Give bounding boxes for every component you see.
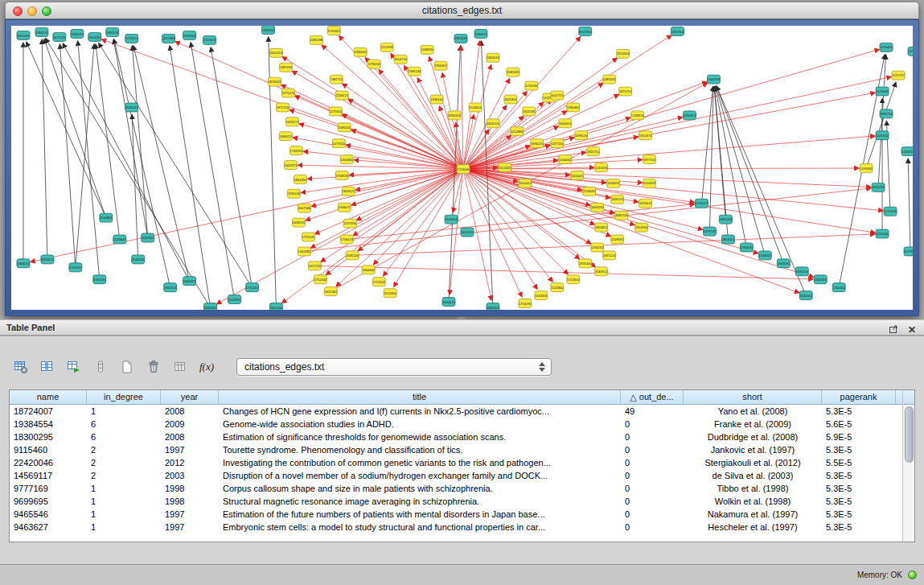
graph-node[interactable]: 1776050: [368, 60, 381, 68]
cell-title[interactable]: Estimation of the future numbers of pati…: [219, 508, 621, 521]
graph-node[interactable]: 1854021: [721, 235, 735, 244]
graph-node[interactable]: 1635124: [795, 267, 809, 276]
graph-node[interactable]: 9154419: [643, 179, 657, 187]
cell-out_degree[interactable]: 0: [621, 443, 684, 456]
graph-node[interactable]: 1634201: [535, 291, 548, 300]
graph-node[interactable]: 1426271: [285, 117, 299, 126]
graph-node[interactable]: 1048190: [421, 45, 434, 54]
graph-node[interactable]: 1275470: [281, 89, 295, 97]
graph-node[interactable]: 1936130: [287, 189, 301, 198]
graph-node[interactable]: 2112936: [380, 43, 393, 51]
citation-edge-red[interactable]: [358, 169, 463, 251]
close-window-button[interactable]: [13, 6, 23, 16]
cell-name[interactable]: 9699695: [10, 495, 87, 508]
graph-node[interactable]: 1645021: [183, 277, 197, 286]
graph-node[interactable]: 1377110: [551, 139, 564, 148]
table-row[interactable]: 1456911722003Disruption of a novel membe…: [10, 469, 902, 482]
graph-node[interactable]: 1712002: [372, 278, 385, 286]
graph-node[interactable]: 1902481: [298, 247, 311, 256]
graph-node[interactable]: 1590130: [93, 275, 107, 284]
citation-edge-red[interactable]: [463, 94, 619, 169]
cell-out_degree[interactable]: 0: [621, 508, 684, 521]
graph-node[interactable]: 1953021: [41, 255, 55, 264]
cell-short[interactable]: Tibbo et al. (1998): [684, 482, 822, 495]
citation-edge-black[interactable]: [709, 87, 713, 232]
graph-node[interactable]: 1487200: [279, 63, 293, 72]
graph-node[interactable]: 1725241: [302, 233, 315, 241]
cell-pagerank[interactable]: 5.3E-5: [822, 443, 896, 456]
cell-out_degree[interactable]: 0: [621, 418, 684, 431]
graph-node[interactable]: 1946581: [261, 26, 275, 34]
cell-short[interactable]: Hescheler et al. (1997): [684, 521, 822, 534]
graph-node[interactable]: 1863012: [17, 259, 30, 268]
cell-year[interactable]: 1998: [161, 495, 219, 508]
graph-node[interactable]: 1595841: [860, 164, 873, 173]
cell-in_degree[interactable]: 2: [87, 443, 161, 456]
graph-node[interactable]: 2450312: [684, 111, 696, 120]
graph-node[interactable]: 1851039: [17, 31, 31, 39]
graph-node[interactable]: 1685730: [615, 211, 629, 220]
graph-node[interactable]: 1604442: [362, 266, 375, 274]
citation-edge-black[interactable]: [60, 44, 76, 267]
cell-short[interactable]: Jankovic et al. (1997): [684, 443, 822, 456]
graph-node[interactable]: 1950513: [164, 283, 178, 292]
graph-node[interactable]: 1615341: [324, 287, 338, 296]
graph-node[interactable]: 1973409: [876, 87, 889, 96]
column-header-name[interactable]: name: [10, 390, 87, 405]
cell-name[interactable]: 22420046: [10, 456, 87, 469]
graph-node[interactable]: 2526643: [113, 235, 127, 244]
graph-node[interactable]: 1403460: [340, 155, 354, 164]
cell-out_degree[interactable]: 0: [621, 456, 684, 469]
cell-pagerank[interactable]: 5.6E-5: [822, 418, 896, 431]
graph-node[interactable]: 1275310: [329, 107, 343, 116]
citation-edge-red[interactable]: [349, 169, 463, 175]
cell-title[interactable]: Corpus callosum shape and size in male p…: [219, 482, 621, 495]
citation-edge-black[interactable]: [63, 43, 189, 281]
cell-in_degree[interactable]: 1: [87, 495, 161, 508]
graph-node[interactable]: 2073145: [53, 32, 67, 41]
citation-edge-black[interactable]: [701, 87, 713, 204]
graph-node[interactable]: 1584912: [595, 267, 608, 276]
graph-node[interactable]: 1443150: [901, 147, 913, 156]
cell-name[interactable]: 14569117: [10, 469, 87, 482]
zoom-window-button[interactable]: [42, 6, 51, 16]
citation-edge-red[interactable]: [463, 169, 875, 233]
memory-status-indicator[interactable]: [908, 571, 917, 579]
table-select-dropdown[interactable]: citations_edges.txt: [236, 358, 552, 376]
graph-node[interactable]: 1750530: [525, 81, 539, 90]
graph-node[interactable]: 1936071: [338, 203, 351, 212]
graph-node[interactable]: 1635140: [346, 251, 359, 260]
graph-node[interactable]: 1875751: [619, 87, 633, 96]
cell-pagerank[interactable]: 5.3E-5: [822, 405, 896, 418]
graph-node[interactable]: 1942081: [814, 275, 827, 284]
cell-year[interactable]: 2008: [161, 405, 219, 418]
graph-node[interactable]: 1605231: [872, 183, 885, 192]
show-columns-button[interactable]: [38, 357, 57, 377]
column-settings-button[interactable]: [11, 357, 31, 377]
graph-node[interactable]: 9245012: [799, 291, 812, 300]
graph-node[interactable]: 1986130: [408, 67, 421, 76]
cell-short[interactable]: Stergiakouli et al. (2012): [684, 456, 822, 469]
graph-node[interactable]: 1695612: [639, 199, 652, 208]
cell-in_degree[interactable]: 6: [87, 431, 161, 443]
row-selection-button[interactable]: [91, 357, 110, 377]
graph-node[interactable]: 1627220: [308, 262, 322, 270]
cell-name[interactable]: 18300295: [10, 431, 87, 443]
cell-year[interactable]: 1997: [161, 443, 219, 456]
cell-out_degree[interactable]: 0: [621, 431, 684, 443]
cell-pagerank[interactable]: 5.3E-5: [822, 469, 896, 482]
minimize-window-button[interactable]: [27, 6, 37, 16]
column-header-out_degree[interactable]: △ out_de...: [621, 390, 684, 405]
graph-node[interactable]: 1544091: [607, 179, 621, 187]
graph-node[interactable]: 1805581: [523, 107, 536, 116]
graph-node[interactable]: 1748310: [631, 111, 645, 120]
cell-out_degree[interactable]: 0: [621, 495, 684, 508]
citation-edge-red[interactable]: [353, 169, 463, 236]
citation-edge-black[interactable]: [113, 39, 147, 238]
graph-node[interactable]: 1264250: [591, 243, 605, 252]
citation-edge-red[interactable]: [347, 204, 694, 240]
graph-node[interactable]: 2204090: [583, 187, 597, 196]
citation-edge-black[interactable]: [27, 42, 106, 218]
graph-node[interactable]: 2505135: [132, 255, 146, 264]
graph-node[interactable]: 1760452: [832, 283, 845, 292]
